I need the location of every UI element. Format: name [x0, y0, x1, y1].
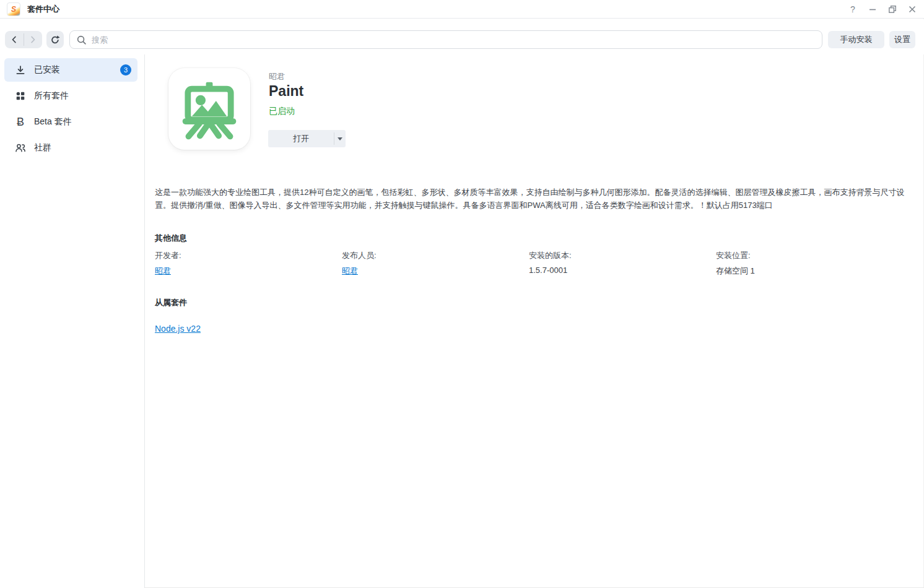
minimize-icon[interactable] [867, 4, 878, 15]
package-icon [168, 68, 250, 150]
download-installed-icon [14, 64, 27, 76]
info-field-publisher: 发布人员: 昭君 [342, 250, 521, 277]
sidebar-item-all-packages[interactable]: 所有套件 [4, 84, 137, 108]
info-field-developer: 开发者: 昭君 [155, 250, 334, 277]
grid-icon [14, 90, 27, 102]
sidebar-item-label: 所有套件 [34, 90, 69, 102]
info-label: 安装的版本: [529, 250, 708, 261]
search-input[interactable] [92, 35, 816, 45]
settings-button[interactable]: 设置 [889, 31, 915, 48]
info-label: 发布人员: [342, 250, 521, 261]
toolbar: 手动安装 设置 [0, 19, 924, 54]
refresh-button[interactable] [46, 31, 64, 48]
back-button[interactable] [5, 31, 24, 48]
sidebar-item-label: Beta 套件 [34, 116, 72, 128]
other-info-title: 其他信息 [155, 233, 187, 244]
sidebar-item-label: 社群 [34, 142, 51, 153]
installed-version-value: 1.5.7-0001 [529, 266, 567, 275]
package-description: 这是一款功能强大的专业绘图工具，提供12种可自定义的画笔，包括彩虹、多形状、多材… [155, 186, 908, 212]
people-icon [14, 142, 27, 154]
package-name: Paint [269, 83, 303, 100]
sidebar-item-community[interactable]: 社群 [4, 136, 137, 160]
chevron-down-icon [338, 137, 342, 141]
installed-count-badge: 3 [120, 64, 131, 76]
sidebar-item-installed[interactable]: 已安装 3 [4, 58, 137, 82]
refresh-icon [50, 34, 61, 45]
window-controls: ? [847, 0, 918, 19]
sidebar-item-beta[interactable]: Ƀ Beta 套件 [4, 110, 137, 134]
manual-install-button[interactable]: 手动安装 [828, 31, 884, 48]
info-label: 安装位置: [716, 250, 896, 261]
app-logo-letter: S [11, 5, 16, 14]
chevron-right-icon [28, 35, 38, 45]
dependency-link-nodejs[interactable]: Node.js v22 [155, 324, 201, 334]
package-status: 已启动 [269, 106, 295, 117]
search-box [69, 30, 822, 49]
forward-button[interactable] [24, 31, 43, 48]
beta-flag-icon: Ƀ [14, 116, 27, 128]
package-publisher: 昭君 [269, 71, 285, 82]
package-center-window: S 套件中心 ? [0, 0, 924, 588]
paint-easel-icon [177, 77, 242, 141]
chevron-left-icon [9, 35, 19, 45]
info-field-install-location: 安装位置: 存储空间 1 [716, 250, 896, 277]
close-icon[interactable] [907, 4, 918, 15]
sidebar: 已安装 3 所有套件 Ƀ Beta 套件 [0, 54, 145, 588]
help-icon[interactable]: ? [847, 4, 858, 15]
dependencies-title: 从属套件 [155, 297, 187, 308]
install-location-value: 存储空间 1 [716, 266, 755, 277]
search-icon [76, 35, 87, 45]
developer-link[interactable]: 昭君 [155, 266, 171, 277]
restore-icon[interactable] [887, 4, 898, 15]
open-dropdown-button[interactable] [334, 130, 346, 147]
open-button[interactable]: 打开 [268, 130, 334, 147]
publisher-link[interactable]: 昭君 [342, 266, 358, 277]
info-label: 开发者: [155, 250, 334, 261]
open-button-group: 打开 [268, 130, 346, 147]
app-logo-icon: S [7, 2, 20, 16]
info-field-installed-version: 安装的版本: 1.5.7-0001 [529, 250, 708, 275]
nav-button-group [5, 31, 42, 48]
window-title: 套件中心 [27, 0, 59, 19]
sidebar-item-label: 已安装 [34, 64, 60, 76]
title-bar: S 套件中心 ? [0, 0, 924, 19]
